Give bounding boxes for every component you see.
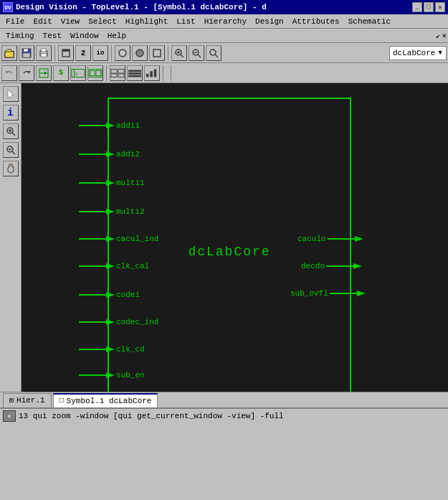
- dropdown-label: dcLabCore: [393, 49, 435, 57]
- port-codec-ind-label: codec_ind: [116, 318, 158, 326]
- tab-symbol1[interactable]: □ Symbol.1 dcLabCore: [53, 393, 158, 407]
- svg-rect-6: [42, 49, 46, 52]
- port-codei-label: codei: [116, 291, 140, 299]
- svg-marker-43: [8, 90, 14, 98]
- svg-rect-42: [154, 69, 157, 77]
- main-area: i dcLabCore addi1 addi2: [0, 83, 448, 392]
- svg-line-49: [12, 151, 15, 154]
- pan-button[interactable]: [3, 161, 19, 176]
- design-button[interactable]: D: [70, 65, 86, 81]
- sub-close-button[interactable]: ✕: [442, 31, 447, 40]
- port-sub-ovfl-label: sub_ovfl: [290, 289, 328, 298]
- svg-line-21: [215, 55, 218, 57]
- title-bar: DV Design Vision - TopLevel.1 - [Symbol.…: [0, 0, 448, 14]
- dropdown-arrow-icon[interactable]: ▼: [438, 49, 442, 57]
- menu-attributes[interactable]: Attributes: [288, 16, 344, 27]
- port-multi1-label: multi1: [116, 179, 145, 187]
- info-button[interactable]: i: [3, 105, 19, 121]
- open-button[interactable]: [1, 45, 17, 61]
- next-button[interactable]: [206, 45, 221, 61]
- new-window-button[interactable]: [58, 45, 74, 61]
- menu-view[interactable]: View: [57, 16, 84, 27]
- svg-rect-12: [153, 49, 161, 57]
- port-clk-cal: clk_cal: [79, 261, 149, 271]
- menu-design[interactable]: Design: [251, 16, 288, 27]
- sub-restore-button[interactable]: ↙: [436, 31, 441, 40]
- svg-marker-59: [106, 209, 115, 214]
- print-button[interactable]: [36, 45, 52, 61]
- menu-file[interactable]: File: [1, 16, 29, 27]
- svg-rect-41: [150, 71, 153, 77]
- toolbar-row-1: 2 io dcLabCore ▼: [0, 43, 448, 63]
- menu-hierarchy[interactable]: Hierarchy: [200, 16, 251, 27]
- zoom-in-button[interactable]: [3, 123, 19, 139]
- save-button[interactable]: [19, 45, 34, 61]
- menu-help[interactable]: Help: [103, 30, 130, 42]
- zoom-full-button[interactable]: [171, 45, 187, 61]
- menu-edit[interactable]: Edit: [29, 16, 56, 27]
- svg-marker-75: [355, 236, 363, 242]
- menu-timing[interactable]: Timing: [1, 30, 39, 42]
- layout-button[interactable]: [87, 65, 103, 81]
- chart-button[interactable]: [144, 65, 160, 81]
- circle-button[interactable]: [115, 45, 130, 61]
- svg-rect-9: [62, 49, 70, 52]
- menu-schematic[interactable]: Schematic: [344, 16, 395, 27]
- menu-list[interactable]: List: [172, 16, 199, 27]
- tab-hier1-label: Hier.1: [16, 396, 45, 405]
- bottom-tabs: ⊞ Hier.1 □ Symbol.1 dcLabCore: [0, 392, 448, 407]
- tab-hier1[interactable]: ⊞ Hier.1: [3, 393, 52, 407]
- port-codec-ind: codec_ind: [79, 317, 158, 327]
- svg-rect-35: [111, 73, 117, 77]
- svg-rect-37: [128, 70, 141, 72]
- status-text: 13 qui zoom -window [qui get_current_win…: [19, 412, 284, 420]
- cursor-tool-button[interactable]: [3, 86, 19, 102]
- menu-highlight[interactable]: Highlight: [121, 16, 172, 27]
- svg-point-10: [119, 49, 126, 57]
- menu-select[interactable]: Select: [84, 16, 121, 27]
- svg-marker-55: [106, 151, 115, 157]
- menu-test[interactable]: Test: [39, 30, 66, 42]
- port-multi2: multi2: [79, 207, 145, 217]
- undo-button[interactable]: [1, 65, 17, 81]
- port-decdo: decdo: [301, 261, 362, 271]
- maximize-button[interactable]: □: [424, 2, 434, 12]
- port-clk-cd: clk_cd: [79, 344, 145, 354]
- design-dropdown[interactable]: dcLabCore ▼: [389, 46, 447, 60]
- window-title: Design Vision - TopLevel.1 - [Symbol.1 d…: [16, 3, 267, 11]
- toolbar2-separator-1: [106, 65, 107, 81]
- menu-window[interactable]: Window: [66, 30, 103, 42]
- zoom-out-button[interactable]: [3, 142, 19, 158]
- grid-button[interactable]: [110, 65, 125, 81]
- port-decdo-label: decdo: [301, 262, 325, 270]
- tab-symbol1-label: Symbol.1 dcLabCore: [67, 397, 152, 405]
- prev-button[interactable]: [189, 45, 204, 61]
- canvas-area[interactable]: dcLabCore addi1 addi2 multi1 multi2 cacu…: [22, 83, 448, 392]
- svg-marker-79: [357, 291, 366, 296]
- status-icon[interactable]: ✕: [3, 410, 16, 422]
- svg-rect-33: [111, 69, 117, 72]
- svg-rect-31: [90, 70, 95, 75]
- schematic-button[interactable]: [36, 65, 52, 81]
- toolbar2-separator-2: [163, 65, 163, 81]
- close-button[interactable]: ✕: [435, 2, 445, 12]
- svg-rect-40: [146, 73, 149, 77]
- io-button[interactable]: io: [92, 45, 108, 61]
- port-addi1: addi1: [79, 121, 140, 131]
- svg-marker-26: [44, 71, 47, 75]
- svg-rect-36: [118, 73, 124, 77]
- num2-button[interactable]: 2: [75, 45, 91, 61]
- svg-rect-39: [128, 75, 141, 77]
- svg-rect-27: [72, 69, 85, 77]
- svg-rect-51: [9, 164, 12, 166]
- bars-button[interactable]: [127, 65, 143, 81]
- svg-line-18: [198, 55, 201, 57]
- rect-button[interactable]: [149, 45, 165, 61]
- app-icon: DV: [3, 2, 13, 12]
- redo-button[interactable]: [19, 65, 34, 81]
- svg-marker-69: [106, 346, 115, 352]
- minimize-button[interactable]: _: [412, 2, 422, 12]
- symbol-button[interactable]: S: [53, 65, 69, 81]
- port-cacul-ind-label: cacul_ind: [116, 235, 158, 243]
- circle2-button[interactable]: [132, 45, 148, 61]
